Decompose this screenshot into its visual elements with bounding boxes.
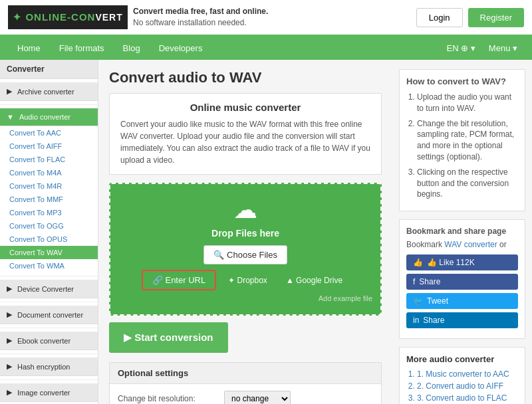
- sidebar-convert-wav[interactable]: Convert To WAV: [0, 246, 98, 259]
- bookmark-text: Bookmark WAV converter or: [406, 240, 518, 249]
- sidebar-converter-header[interactable]: Converter: [0, 60, 98, 79]
- main-content: Convert audio to WAV Online music conver…: [98, 60, 392, 404]
- how-steps-list: Upload the audio you want to turn into W…: [406, 92, 518, 200]
- sidebar-hash-toggle[interactable]: ▶Hash encryption: [0, 357, 98, 376]
- bit-resolution-select[interactable]: no change 8-bit 16-bit 24-bit 32-bit: [224, 391, 291, 404]
- more-audio-box: More audio converter 1. Music converter …: [399, 347, 525, 404]
- start-conversion-button[interactable]: ▶ Start conversion: [109, 322, 228, 353]
- search-icon: 🔍: [213, 250, 224, 260]
- drop-zone[interactable]: ☁ Drop Files here 🔍 Choose Files 🔗 Enter…: [109, 183, 382, 316]
- login-button[interactable]: Login: [416, 8, 463, 27]
- main-nav: Home File formats Blog Developers EN ⊕ ▾…: [0, 37, 532, 60]
- sidebar-ebook: ▶Ebook converter: [0, 328, 98, 354]
- facebook-share-button[interactable]: f Share: [406, 274, 518, 290]
- setting-bit-resolution: Change bit resolution: no change 8-bit 1…: [118, 391, 373, 404]
- logo-tagline: Convert media free, fast and online. No …: [133, 6, 268, 29]
- sidebar-convert-aiff[interactable]: Convert To AIFF: [0, 140, 98, 153]
- sidebar-archive-toggle[interactable]: ▶ Archive converter: [0, 82, 98, 101]
- nav-file-formats[interactable]: File formats: [50, 37, 114, 60]
- sidebar-convert-wma[interactable]: Convert To WMA: [0, 259, 98, 272]
- facebook-icon: f: [413, 277, 415, 286]
- nav-blog[interactable]: Blog: [114, 37, 150, 60]
- desc-heading: Online music converter: [120, 102, 370, 113]
- sidebar-convert-m4r[interactable]: Convert To M4R: [0, 179, 98, 193]
- sidebar-document: ▶Document converter: [0, 302, 98, 328]
- sidebar: Converter ▶ Archive converter ▼ Audio co…: [0, 60, 98, 404]
- sidebar-hash: ▶Hash encryption: [0, 354, 98, 380]
- sidebar-device: ▶Device Converter: [0, 276, 98, 302]
- how-step-1: Upload the audio you want to turn into W…: [417, 92, 518, 114]
- how-title: How to convert to WAV?: [406, 76, 518, 86]
- wav-converter-link[interactable]: WAV converter: [444, 240, 497, 249]
- sidebar-document-toggle[interactable]: ▶Document converter: [0, 306, 98, 324]
- google-drive-button[interactable]: ▲ Google Drive: [279, 272, 349, 289]
- nav-home[interactable]: Home: [8, 37, 50, 60]
- sidebar-convert-m4a[interactable]: Convert To M4A: [0, 166, 98, 179]
- facebook-like-icon: 👍: [413, 258, 423, 267]
- nav-language[interactable]: EN ⊕ ▾: [440, 37, 482, 60]
- settings-header: Optional settings: [110, 363, 381, 384]
- logo: ✦ ONLINE-CONVERT Convert media free, fas…: [8, 5, 268, 29]
- sidebar-image: ▶Image converter: [0, 380, 98, 404]
- sidebar-convert-opus[interactable]: Convert To OPUS: [0, 233, 98, 246]
- sidebar-convert-ogg[interactable]: Convert To OGG: [0, 219, 98, 233]
- twitter-icon: 🐦: [413, 296, 423, 306]
- linkedin-icon: in: [413, 316, 419, 325]
- upload-icon: ☁: [118, 196, 372, 224]
- nav-menu[interactable]: Menu ▾: [482, 37, 524, 60]
- dropbox-button[interactable]: ✦ Dropbox: [221, 272, 274, 289]
- more-links-list: 1. Music converter to AAC 2. Convert aud…: [406, 369, 518, 404]
- description-box: Online music converter Convert your audi…: [109, 93, 382, 175]
- main-layout: Converter ▶ Archive converter ▼ Audio co…: [0, 60, 532, 404]
- how-step-3: Clicking on the respective button and th…: [417, 167, 518, 200]
- sidebar-audio: ▼ Audio converter Convert To AAC Convert…: [0, 105, 98, 276]
- logo-image: ✦ ONLINE-CONVERT: [8, 5, 128, 29]
- sidebar-image-toggle[interactable]: ▶Image converter: [0, 383, 98, 402]
- more-link-flac[interactable]: 3. Convert audio to FLAC: [417, 393, 518, 403]
- desc-text: Convert your audio like music to the WAV…: [120, 118, 370, 166]
- extra-upload-buttons: 🔗 Enter URL ✦ Dropbox ▲ Google Drive: [118, 270, 372, 290]
- sidebar-archive: ▶ Archive converter: [0, 79, 98, 105]
- header-buttons: Login Register: [416, 8, 524, 27]
- page-title: Convert audio to WAV: [109, 69, 382, 86]
- twitter-tweet-button[interactable]: 🐦 Tweet: [406, 293, 518, 309]
- register-button[interactable]: Register: [468, 8, 524, 27]
- header: ✦ ONLINE-CONVERT Convert media free, fas…: [0, 0, 532, 37]
- bookmark-title: Bookmark and share page: [406, 227, 518, 236]
- sidebar-ebook-toggle[interactable]: ▶Ebook converter: [0, 332, 98, 350]
- sidebar-convert-mmf[interactable]: Convert To MMF: [0, 193, 98, 206]
- example-link[interactable]: Add example file: [118, 294, 372, 302]
- choose-files-button[interactable]: 🔍 Choose Files: [203, 245, 287, 264]
- linkedin-share-button[interactable]: in Share: [406, 312, 518, 328]
- sidebar-device-toggle[interactable]: ▶Device Converter: [0, 280, 98, 298]
- sidebar-convert-flac[interactable]: Convert To FLAC: [0, 153, 98, 166]
- more-audio-title: More audio converter: [406, 354, 518, 364]
- sidebar-convert-mp3[interactable]: Convert To MP3: [0, 206, 98, 219]
- how-step-2: Change the bit resolution, sampling rate…: [417, 118, 518, 163]
- settings-body: Change bit resolution: no change 8-bit 1…: [110, 384, 381, 404]
- right-panel: How to convert to WAV? Upload the audio …: [392, 60, 532, 404]
- drop-buttons: 🔍 Choose Files: [118, 245, 372, 264]
- sidebar-audio-toggle[interactable]: ▼ Audio converter: [0, 108, 98, 126]
- nav-developers[interactable]: Developers: [150, 37, 212, 60]
- facebook-like-button[interactable]: 👍 👍 Like 112K: [406, 254, 518, 270]
- how-to-box: How to convert to WAV? Upload the audio …: [399, 69, 525, 211]
- drop-text: Drop Files here: [118, 228, 372, 239]
- more-link-aac[interactable]: 1. Music converter to AAC: [417, 369, 518, 379]
- optional-settings: Optional settings Change bit resolution:…: [109, 362, 382, 404]
- enter-url-button[interactable]: 🔗 Enter URL: [142, 270, 216, 290]
- sidebar-convert-aac[interactable]: Convert To AAC: [0, 126, 98, 140]
- nav-right: EN ⊕ ▾ Menu ▾: [440, 37, 524, 60]
- more-link-aiff[interactable]: 2. Convert audio to AIFF: [417, 381, 518, 391]
- bookmark-box: Bookmark and share page Bookmark WAV con…: [399, 219, 525, 339]
